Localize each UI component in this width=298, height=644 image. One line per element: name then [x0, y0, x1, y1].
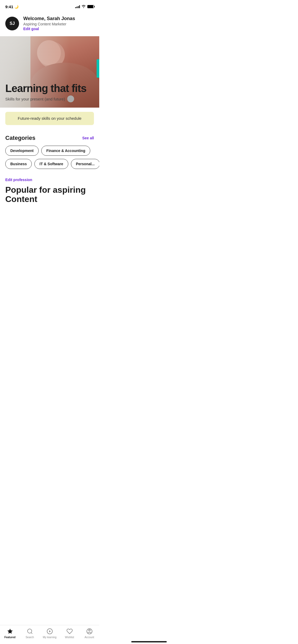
edit-goal-button[interactable]: Edit goal [23, 27, 75, 31]
category-pills-row-2: Business IT & Software Personal... [5, 159, 94, 169]
popular-section-heading: Popular for aspiring Content [0, 184, 99, 204]
category-pill-it-software[interactable]: IT & Software [34, 159, 68, 169]
teal-accent-bar [97, 59, 99, 78]
status-icons [75, 4, 94, 9]
moon-icon: 🌙 [14, 5, 19, 9]
avatar: SJ [5, 17, 19, 30]
carousel-dot[interactable] [67, 95, 74, 102]
hero-subtitle: Skills for your present (and future) [5, 97, 65, 101]
category-pills-row-1: Development Finance & Accounting [5, 146, 94, 156]
categories-title: Categories [5, 135, 35, 141]
categories-header: Categories See all [5, 135, 94, 141]
wifi-icon [82, 4, 86, 9]
status-time: 9:41 [5, 4, 13, 9]
battery-icon [87, 5, 94, 8]
see-all-button[interactable]: See all [82, 136, 94, 140]
popular-heading-text: Popular for aspiring Content [5, 185, 86, 204]
role-text: Aspiring Content Marketer [23, 22, 75, 26]
cta-text: Future-ready skills on your schedule [18, 116, 82, 121]
hero-subtitle-row: Skills for your present (and future) [5, 95, 94, 102]
signal-strength-icon [75, 5, 80, 8]
hero-main-title: Learning that fits [5, 83, 94, 94]
edit-profession-section: Edit profession [0, 172, 99, 184]
category-pill-personal[interactable]: Personal... [71, 159, 99, 169]
cta-banner[interactable]: Future-ready skills on your schedule [5, 112, 94, 125]
profile-section: SJ Welcome, Sarah Jonas Aspiring Content… [0, 12, 99, 36]
profile-info: Welcome, Sarah Jonas Aspiring Content Ma… [23, 16, 75, 31]
categories-section: Categories See all Development Finance &… [0, 129, 99, 169]
edit-profession-button[interactable]: Edit profession [5, 178, 32, 182]
category-pill-finance[interactable]: Finance & Accounting [41, 146, 90, 156]
hero-text-overlay: Learning that fits Skills for your prese… [0, 77, 99, 108]
welcome-text: Welcome, Sarah Jonas [23, 16, 75, 21]
category-pill-business[interactable]: Business [5, 159, 32, 169]
category-pill-development[interactable]: Development [5, 146, 39, 156]
status-bar: 9:41 🌙 [0, 0, 99, 12]
hero-banner: Learning that fits Skills for your prese… [0, 36, 99, 108]
